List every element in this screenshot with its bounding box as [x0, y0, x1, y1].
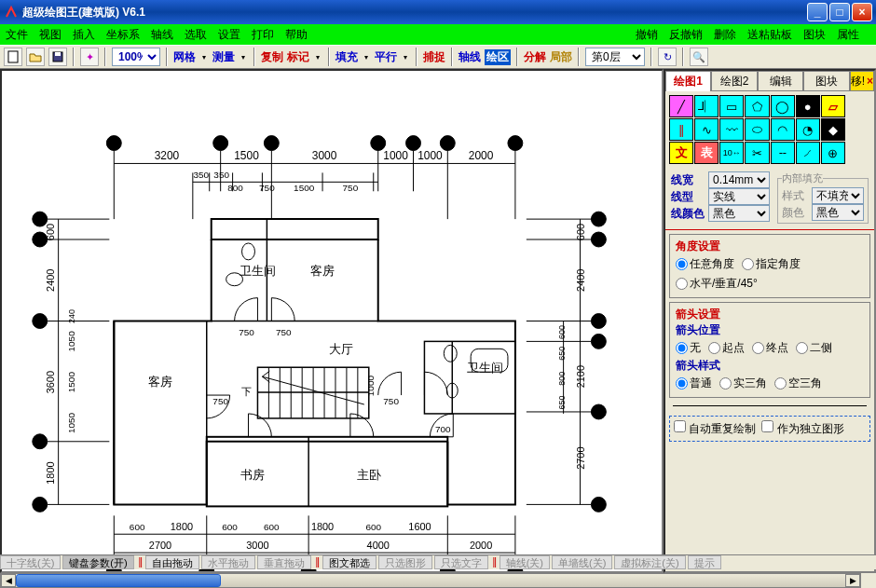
zoom-combo[interactable]: 100% — [112, 48, 160, 66]
close-button[interactable]: × — [852, 3, 872, 21]
refresh-button[interactable]: ↻ — [658, 48, 677, 66]
tool-parallel[interactable]: ‖ — [669, 118, 693, 141]
radio-arrow-start[interactable]: 起点 — [708, 340, 745, 356]
tb-snap[interactable]: 捕捉 — [423, 49, 445, 65]
menu-block[interactable]: 图块 — [803, 27, 826, 43]
status-axis[interactable]: 轴线(关) — [500, 555, 550, 569]
tool-compass[interactable]: ⊕ — [821, 142, 845, 164]
tool-cut[interactable]: ✂ — [745, 142, 769, 164]
tool-zigzag[interactable]: ∿ — [694, 118, 719, 141]
tool-circle[interactable]: ◯ — [771, 95, 795, 117]
tb-partial[interactable]: 局部 — [550, 49, 572, 65]
menu-select[interactable]: 选取 — [185, 27, 207, 43]
menu-print[interactable]: 打印 — [252, 27, 274, 43]
tool-line[interactable]: ╱ — [669, 95, 693, 117]
radio-angle-hv[interactable]: 水平/垂直/45° — [676, 276, 758, 292]
status-seltxt[interactable]: 只选文字 — [434, 555, 488, 569]
tb-parallel[interactable]: 平行 — [375, 49, 397, 65]
radio-arrow-hollow[interactable]: 空三角 — [774, 376, 822, 391]
radio-arrow-end[interactable]: 终点 — [752, 340, 788, 356]
tool-table[interactable]: 表 — [694, 142, 719, 164]
tool-arc[interactable]: ◠ — [771, 118, 795, 141]
tb-explode[interactable]: 分解 — [524, 49, 546, 65]
tb-drawarea[interactable]: 绘区 — [485, 49, 511, 65]
menu-redo[interactable]: 反撤销 — [669, 27, 703, 43]
menu-insert[interactable]: 插入 — [73, 27, 95, 43]
tb-copy[interactable]: 复制 — [261, 49, 283, 65]
scroll-right-icon[interactable]: ▶ — [845, 574, 860, 587]
dd-icon[interactable]: ▾ — [401, 48, 410, 65]
linetype-select[interactable]: 实线 — [708, 188, 770, 205]
menu-props[interactable]: 属性 — [837, 27, 859, 43]
tool-sector[interactable]: ◔ — [796, 118, 820, 141]
menu-undo[interactable]: 撤销 — [636, 27, 658, 43]
status-vdrag[interactable]: 垂直拖动 — [257, 555, 311, 569]
tool-text[interactable]: 文 — [669, 142, 693, 164]
tool-filled-circle[interactable]: ● — [796, 95, 820, 117]
tool-polygon[interactable]: ⬠ — [745, 95, 769, 117]
new-button[interactable] — [4, 48, 22, 66]
tool-ellipse[interactable]: ⬭ — [745, 118, 769, 141]
radio-angle-any[interactable]: 任意角度 — [676, 256, 734, 272]
tab-move[interactable]: 移!× — [850, 71, 874, 91]
tool-dashline[interactable]: ⟋ — [796, 142, 820, 164]
tab-draw1[interactable]: 绘图1 — [665, 71, 711, 91]
status-selall[interactable]: 图文都选 — [322, 555, 376, 569]
status-hdrag[interactable]: 水平拖动 — [201, 555, 255, 569]
chk-independent[interactable]: 作为独立图形 — [761, 420, 843, 437]
layer-combo[interactable]: 第0层 — [585, 48, 645, 66]
tb-axis[interactable]: 轴线 — [459, 49, 481, 65]
tool-dimension[interactable]: 10↔ — [719, 142, 744, 164]
status-wall[interactable]: 单墙线(关) — [552, 555, 612, 569]
fillcolor-select[interactable]: 黑色 — [812, 204, 864, 221]
menu-settings[interactable]: 设置 — [218, 27, 240, 43]
status-hint[interactable]: 提示 — [688, 555, 721, 569]
status-kbd[interactable]: 键盘参数(开) — [62, 555, 133, 569]
maximize-button[interactable]: □ — [829, 3, 850, 21]
dd-icon[interactable]: ▾ — [239, 48, 248, 65]
tb-mark[interactable]: 标记 — [287, 49, 309, 65]
scroll-left-icon[interactable]: ◀ — [1, 574, 16, 587]
eyeglass-button[interactable]: 🔍 — [690, 48, 708, 66]
dd-icon[interactable]: ▾ — [362, 48, 371, 65]
status-selgfx[interactable]: 只选图形 — [378, 555, 432, 569]
status-freedrag[interactable]: 自由拖动 — [145, 555, 199, 569]
tb-fill[interactable]: 填充 — [335, 49, 358, 65]
radio-arrow-normal[interactable]: 普通 — [676, 376, 712, 391]
status-virtdim[interactable]: 虚拟标注(关) — [614, 555, 685, 569]
h-scrollbar[interactable]: ◀ ▶ — [0, 573, 861, 588]
menu-delete[interactable]: 删除 — [714, 27, 736, 43]
tab-edit[interactable]: 编辑 — [758, 71, 803, 91]
tool-polyline[interactable]: ⅃⎸ — [694, 95, 719, 117]
linecolor-select[interactable]: 黑色 — [708, 205, 770, 222]
radio-arrow-solid[interactable]: 实三角 — [719, 376, 767, 391]
menu-help[interactable]: 帮助 — [285, 27, 308, 43]
tab-draw2[interactable]: 绘图2 — [711, 71, 757, 91]
tool-rect[interactable]: ▭ — [719, 95, 744, 117]
tool-centerline[interactable]: ╌ — [771, 142, 795, 164]
tb-grid[interactable]: 网格 — [173, 49, 196, 65]
radio-arrow-none[interactable]: 无 — [676, 340, 701, 356]
linewidth-select[interactable]: 0.14mm — [708, 171, 770, 188]
menu-axis[interactable]: 轴线 — [151, 27, 173, 43]
save-button[interactable] — [48, 48, 67, 66]
menu-clipboard[interactable]: 送粘贴板 — [747, 27, 792, 43]
radio-angle-fixed[interactable]: 指定角度 — [742, 256, 801, 272]
radio-arrow-both[interactable]: 二侧 — [796, 340, 832, 356]
tool-wave[interactable]: 〰 — [719, 118, 744, 141]
minimize-button[interactable]: _ — [807, 3, 828, 21]
menu-view[interactable]: 视图 — [39, 27, 62, 43]
tab-block[interactable]: 图块 — [803, 71, 849, 91]
tb-measure[interactable]: 测量 — [212, 49, 235, 65]
open-button[interactable] — [26, 48, 45, 66]
paint-button[interactable]: ✦ — [80, 48, 99, 66]
dd-icon[interactable]: ▾ — [199, 48, 209, 65]
dd-icon[interactable]: ▾ — [313, 48, 322, 65]
status-cross[interactable]: 十字线(关) — [0, 555, 61, 569]
scroll-thumb[interactable] — [16, 574, 221, 587]
menu-file[interactable]: 文件 — [6, 27, 28, 43]
menu-coord[interactable]: 坐标系 — [106, 27, 140, 43]
fillstyle-select[interactable]: 不填充 — [812, 187, 864, 204]
tool-eraser[interactable]: ▱ — [821, 95, 845, 117]
canvas-area[interactable]: 1 3 4 6 7 8 9 3200 1500 3000 — [0, 69, 664, 573]
